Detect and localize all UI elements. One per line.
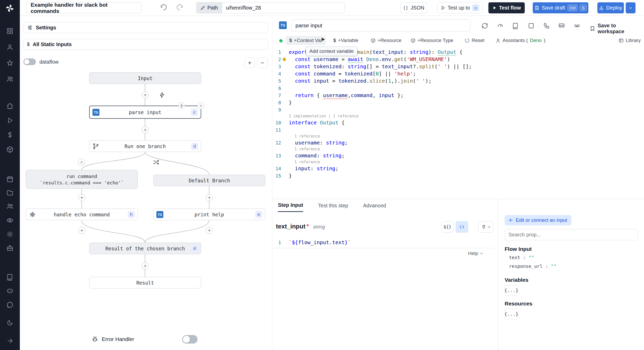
gauge-icon[interactable] <box>497 22 504 29</box>
variables-expand-button[interactable]: {...} <box>505 285 518 295</box>
script-editor-panel: TS Save to workspace $+Context Var $+Var… <box>272 16 644 199</box>
trigger-bolt-icon[interactable] <box>159 92 165 98</box>
insert-step-button[interactable]: + <box>142 262 149 269</box>
user-icon[interactable] <box>6 44 13 50</box>
edit-or-connect-button[interactable]: Edit or connect an input <box>505 215 571 225</box>
step-id-badge-d: d <box>191 143 198 150</box>
branch-condition-line2: `results.c.command === 'echo'` <box>40 180 124 185</box>
path-button[interactable]: Path <box>196 2 222 13</box>
insert-step-button[interactable]: + <box>206 194 213 201</box>
node-print-help[interactable]: TS print help e <box>153 209 265 220</box>
move-step-handle[interactable] <box>178 102 185 109</box>
error-handler-toggle[interactable] <box>182 335 198 344</box>
test-flow-button[interactable]: Test flow <box>488 2 525 13</box>
github-icon[interactable] <box>6 301 13 308</box>
schedules-calendar-icon[interactable] <box>6 176 13 183</box>
line-number: 12 <box>272 140 281 146</box>
help-link[interactable]: Help <box>468 251 484 256</box>
json-button[interactable]: JSON <box>400 2 427 13</box>
groups-icon[interactable] <box>6 75 13 82</box>
undo-button[interactable] <box>160 4 167 11</box>
variables-dollar-icon[interactable] <box>6 131 13 138</box>
dark-mode-moon-icon[interactable] <box>6 319 13 326</box>
node-default-branch[interactable]: Default Branch <box>153 175 265 186</box>
insert-step-button[interactable]: + <box>206 227 213 234</box>
prop-key: response_url <box>509 263 543 269</box>
insert-step-button[interactable]: + <box>78 227 85 234</box>
sync-icon[interactable] <box>481 22 488 29</box>
home-icon[interactable] <box>6 103 13 109</box>
prop-row-response-url[interactable]: response_url : "" <box>509 263 556 269</box>
code-lines[interactable]: 1export async function main(text_input: … <box>272 48 644 179</box>
code-line: 12 username: string; <box>272 139 644 146</box>
shuffle-branches-icon[interactable] <box>153 159 159 166</box>
voicemail-icon[interactable] <box>574 22 580 29</box>
deploy-dropdown-button[interactable] <box>626 2 635 13</box>
remove-branch-button[interactable] <box>78 159 85 166</box>
folders-icon[interactable] <box>6 189 13 196</box>
code-mode-button[interactable] <box>456 221 468 233</box>
connect-input-plug-button[interactable] <box>478 221 493 233</box>
template-mode-button[interactable]: ${} <box>441 221 454 233</box>
lightbulb-icon[interactable] <box>283 58 286 61</box>
add-resource-type-button[interactable]: +Resource Type <box>411 36 453 45</box>
expression-editor[interactable]: 1 `${flow_input.text}` <box>272 238 495 248</box>
settings-gear-icon[interactable] <box>6 231 13 238</box>
audit-eye-icon[interactable] <box>6 217 13 224</box>
save-to-workspace-button[interactable]: Save to workspace <box>590 23 644 35</box>
tooltip-add-context-variable: Add context variable <box>306 47 357 56</box>
codelens-line: 1 implementation | 1 reference <box>272 113 644 119</box>
insert-step-button[interactable]: + <box>142 126 149 133</box>
tab-step-input[interactable]: Step Input <box>278 199 303 212</box>
path-value-field[interactable]: u/henri/flow_28 <box>222 2 345 13</box>
library-button[interactable]: Library <box>619 36 641 45</box>
node-run-command-branch[interactable]: run command `results.c.command === 'echo… <box>26 170 138 189</box>
add-variable-button[interactable]: $+Variable <box>333 36 358 45</box>
discord-icon[interactable] <box>6 287 13 294</box>
node-run-one-branch[interactable]: Run one branch d <box>89 140 201 152</box>
save-draft-button[interactable]: Save draft Ctrl S <box>533 2 588 13</box>
resources-cube-icon[interactable] <box>6 146 13 153</box>
members-icon[interactable] <box>6 203 13 210</box>
node-result-of-chosen-branch[interactable]: Result of the chosen branch d <box>89 243 201 254</box>
phone-icon[interactable] <box>543 22 550 29</box>
insert-step-button[interactable]: + <box>78 194 85 201</box>
bus-icon[interactable] <box>558 22 565 29</box>
code-line: 3 const tokenized: string[] = text_input… <box>272 63 644 70</box>
redo-button[interactable] <box>176 4 183 11</box>
assistants-button[interactable]: Assistants (Deno) <box>496 36 545 45</box>
test-up-to-button[interactable]: Test up to c <box>437 2 482 13</box>
reset-icon <box>465 38 470 43</box>
test-flow-label: Test flow <box>499 5 521 11</box>
code-line: 14 input: string; <box>272 165 644 172</box>
workers-briefcase-icon[interactable] <box>6 245 13 252</box>
search-prop-input[interactable] <box>505 229 638 240</box>
docs-book-icon[interactable] <box>6 274 13 280</box>
node-input[interactable]: Input <box>89 72 201 84</box>
line-number: 7 <box>272 93 281 98</box>
add-variable-label: +Variable <box>338 38 358 43</box>
runs-play-icon[interactable] <box>6 117 13 124</box>
node-result[interactable]: Result <box>89 277 201 288</box>
windmill-logo[interactable] <box>5 4 14 13</box>
line-number: 9 <box>272 107 281 113</box>
expr-code[interactable]: `${flow_input.text}` <box>289 239 351 245</box>
reset-button[interactable]: Reset <box>465 36 485 45</box>
resources-expand-button[interactable]: {...} <box>505 309 518 319</box>
remove-step-button[interactable] <box>197 102 204 109</box>
prop-row-text[interactable]: text : "" <box>509 255 534 260</box>
favorites-star-icon[interactable] <box>6 59 13 66</box>
tab-test-this-step[interactable]: Test this step <box>318 199 348 212</box>
library-book-icon[interactable] <box>512 22 519 29</box>
node-handle-echo-command[interactable]: handle echo command h <box>26 209 138 220</box>
deploy-button[interactable]: Deploy <box>597 2 624 13</box>
tab-advanced[interactable]: Advanced <box>363 199 386 212</box>
apps-grid-icon[interactable] <box>6 28 13 35</box>
code-line: 8} <box>272 99 644 106</box>
frame-icon[interactable] <box>528 22 535 29</box>
insert-step-button[interactable]: + <box>142 91 149 98</box>
add-resource-button[interactable]: +Resource <box>371 36 401 45</box>
flow-title[interactable]: Example handler for slack bot commands <box>26 2 141 13</box>
step-name-input[interactable] <box>291 19 470 31</box>
collapse-sidebar-icon[interactable] <box>6 337 13 344</box>
